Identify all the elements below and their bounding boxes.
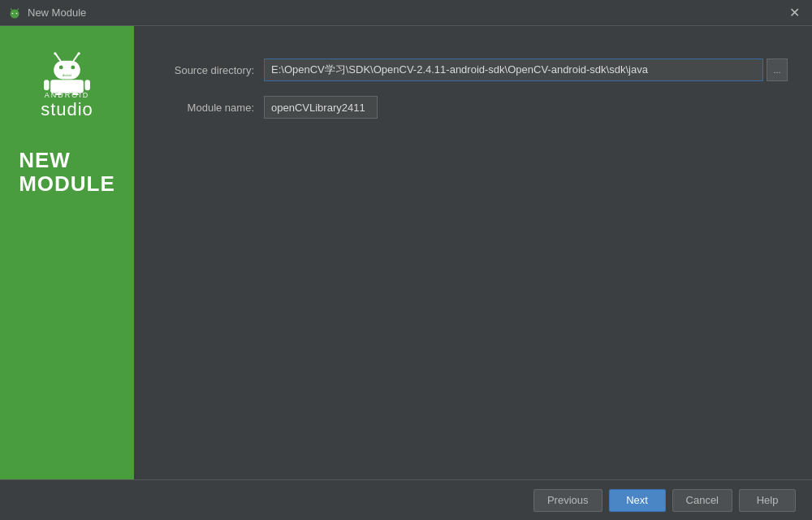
svg-point-1 — [12, 12, 14, 14]
source-directory-input-wrapper: ... — [264, 58, 788, 81]
title-bar: New Module ✕ — [0, 0, 812, 26]
svg-rect-16 — [84, 80, 90, 90]
form-area: Source directory: ... Module name: — [158, 58, 788, 447]
close-button[interactable]: ✕ — [784, 3, 804, 23]
next-button[interactable]: Next — [609, 489, 666, 512]
title-bar-title: New Module — [28, 6, 86, 19]
svg-text:Android: Android — [63, 74, 71, 77]
sidebar-module-heading: NEW MODULE — [6, 136, 127, 207]
svg-point-6 — [18, 8, 19, 9]
source-directory-input[interactable] — [264, 58, 763, 81]
android-label: ANDROID — [45, 91, 90, 99]
android-icon-small — [8, 6, 21, 20]
module-name-label: Module name: — [158, 102, 264, 114]
svg-point-5 — [11, 8, 11, 9]
android-robot-icon: Android — [41, 42, 93, 95]
source-directory-label: Source directory: — [158, 64, 264, 76]
browse-button[interactable]: ... — [767, 58, 788, 81]
svg-line-11 — [74, 54, 79, 61]
brand-text: ANDROID studio — [41, 91, 93, 120]
sidebar-logo: Android ANDROID studio — [41, 42, 93, 120]
previous-button[interactable]: Previous — [533, 489, 603, 512]
svg-point-12 — [54, 52, 56, 54]
svg-point-13 — [78, 52, 80, 54]
svg-point-2 — [16, 12, 18, 14]
module-name-input[interactable] — [264, 96, 378, 119]
svg-line-10 — [56, 54, 61, 61]
module-name-input-wrapper — [264, 96, 788, 119]
svg-point-8 — [59, 65, 63, 69]
module-name-row: Module name: — [158, 96, 788, 119]
cancel-button[interactable]: Cancel — [672, 489, 732, 512]
help-button[interactable]: Help — [739, 489, 796, 512]
sidebar: Android ANDROID studio NEW MODULE — [0, 26, 134, 479]
content-panel: Source directory: ... Module name: — [134, 26, 812, 479]
studio-label: studio — [41, 99, 93, 120]
title-bar-left: New Module — [8, 6, 86, 20]
svg-point-0 — [11, 9, 19, 18]
svg-rect-15 — [44, 80, 50, 90]
button-bar: Previous Next Cancel Help — [0, 479, 812, 520]
main-content: Android ANDROID studio NEW MODULE Source… — [0, 26, 812, 479]
svg-point-9 — [71, 65, 75, 69]
source-directory-row: Source directory: ... — [158, 58, 788, 81]
